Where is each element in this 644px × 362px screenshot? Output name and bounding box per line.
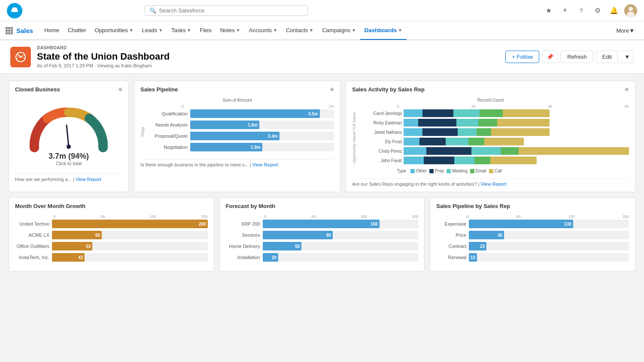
- forecast-chart: 0 50 100 200 XRP 200 150 Services: [226, 213, 419, 266]
- nav-item-chatter[interactable]: Chatter: [64, 21, 91, 40]
- rep-name: John Faust: [359, 158, 402, 163]
- stacked-bar: [404, 119, 550, 127]
- activity-axis-label: Record Count: [352, 98, 629, 103]
- pin-button[interactable]: 📌: [542, 51, 558, 63]
- nav-icons: ★ + ? ⚙ 🔔: [543, 4, 637, 17]
- mom-header: Month Over Month Growth: [15, 203, 208, 209]
- search-bar[interactable]: 🔍: [145, 5, 308, 16]
- svg-point-1: [629, 7, 633, 11]
- pr-bar-contract: Contract 23: [436, 242, 629, 250]
- page-subtitle: As of Feb 9, 2017 1:29 PM · Viewing as K…: [37, 63, 170, 68]
- nav-item-notes[interactable]: Notes▼: [216, 21, 245, 40]
- bar-track: 2.4m: [190, 132, 334, 140]
- dashboard-row-2: Month Over Month Growth 0 50 100 200 Uni…: [9, 197, 635, 272]
- sales-pipeline-footer: Is there enough business in the pipeline…: [140, 159, 334, 167]
- activity-row-janet: Janet Nathans: [359, 128, 629, 136]
- sales-activity-expand[interactable]: ✥: [625, 87, 629, 93]
- notifications-icon[interactable]: 🔔: [608, 5, 620, 17]
- add-icon[interactable]: +: [559, 5, 571, 17]
- sales-pipeline-card: Sales Pipeline ✥ Sum of Amount 0 2m Stag…: [134, 81, 340, 192]
- nav-item-dashboards[interactable]: Dashboards▼: [360, 21, 407, 40]
- nav-item-opportunities[interactable]: Opportunities▼: [91, 21, 138, 40]
- actions-dropdown-button[interactable]: ▼: [621, 51, 634, 63]
- sales-activity-footer: Are our Sales Reps engaging in the right…: [352, 178, 629, 187]
- dashboard-label: DASHBOARD: [37, 45, 170, 50]
- bar-track: 3.5m: [190, 109, 334, 118]
- nav-item-files[interactable]: Files: [195, 21, 216, 40]
- closed-business-report-link[interactable]: View Report: [76, 177, 101, 182]
- nav-item-home[interactable]: Home: [40, 21, 64, 40]
- sales-pipeline-expand[interactable]: ✥: [330, 87, 334, 93]
- avatar[interactable]: [624, 4, 637, 17]
- pipeline-bar-negotiation: Negotiation 1.9m: [149, 143, 334, 151]
- axis-2m: 2m: [329, 104, 334, 109]
- sales-activity-report-link[interactable]: View Report: [481, 181, 507, 187]
- expand-icon[interactable]: ✥: [118, 87, 122, 93]
- pr-bar-renewal: Renewal 10: [436, 253, 629, 262]
- legend-meeting: Meeting: [447, 169, 468, 173]
- mom-bar-acme: ACME LX 65: [15, 231, 208, 239]
- axis-0: 0: [182, 104, 184, 109]
- top-nav: 🔍 ★ + ? ⚙ 🔔: [0, 0, 644, 21]
- stacked-bar: [404, 109, 550, 117]
- forecast-bar-services: Services 90: [226, 231, 419, 239]
- mom-bar-united: United Techno 200: [15, 220, 208, 228]
- pipeline-rep-title: Sales Pipeline by Sales Rep: [436, 203, 510, 209]
- mom-title: Month Over Month Growth: [15, 203, 85, 209]
- help-icon[interactable]: ?: [575, 5, 587, 17]
- app-nav: Sales Home Chatter Opportunities▼ Leads▼…: [0, 21, 644, 40]
- forecast-bar-homedelivery: Home Delivery 50: [226, 242, 419, 250]
- favorites-icon[interactable]: ★: [543, 5, 555, 17]
- nav-item-contacts[interactable]: Contacts▼: [282, 21, 318, 40]
- nav-more[interactable]: More ▼: [612, 27, 639, 34]
- nav-item-tasks[interactable]: Tasks▼: [167, 21, 195, 40]
- svg-rect-8: [11, 30, 13, 32]
- forecast-header: Forecast by Month: [226, 203, 419, 209]
- pipeline-by-rep-card: Sales Pipeline by Sales Rep 0 50 100 200…: [430, 197, 635, 272]
- sales-pipeline-chart: Sum of Amount 0 2m Stage Qualification 3…: [140, 96, 334, 156]
- legend-other: Other: [410, 169, 427, 173]
- dashboard-row-1: Closed Business ✥ 3.: [9, 81, 635, 192]
- app-name[interactable]: Sales: [16, 27, 33, 34]
- search-input[interactable]: [159, 7, 303, 14]
- grid-icon[interactable]: [5, 27, 13, 34]
- settings-icon[interactable]: ⚙: [592, 5, 604, 17]
- svg-rect-5: [11, 27, 13, 29]
- stage-label: Stage: [140, 109, 146, 154]
- closed-business-card: Closed Business ✥ 3.: [9, 81, 129, 192]
- chart-legend: Type Other Prep Meeting Email Call: [352, 169, 629, 173]
- rep-name: Ricky Eastman: [359, 121, 402, 125]
- pipeline-rep-chart: 0 50 100 200 Expensive 130 Price: [436, 213, 629, 266]
- svg-rect-9: [6, 32, 8, 34]
- y-axis-label: Opportunity Owner Full Name: [352, 109, 357, 166]
- sales-activity-header: Sales Activity by Sales Rep ✥: [352, 86, 629, 93]
- salesforce-logo[interactable]: [7, 3, 22, 18]
- forecast-bar-xrp: XRP 200 150: [226, 220, 419, 228]
- edit-button[interactable]: Edit: [596, 51, 618, 63]
- closed-business-footer: How are we performing a... | View Report: [15, 174, 122, 182]
- sales-pipeline-report-link[interactable]: View Report: [252, 162, 278, 167]
- nav-item-accounts[interactable]: Accounts▼: [245, 21, 282, 40]
- stacked-bar: [404, 157, 537, 164]
- follow-button[interactable]: + Follow: [505, 51, 539, 63]
- rep-name: Carol Jennings: [359, 111, 402, 116]
- pipeline-rep-header: Sales Pipeline by Sales Rep: [436, 203, 629, 209]
- page-header-actions: + Follow 📌 Refresh Edit ▼: [505, 51, 634, 63]
- svg-rect-7: [8, 30, 10, 32]
- page-title: State of the Union Dashboard: [37, 51, 170, 62]
- bar-label: Negotiation: [149, 145, 188, 150]
- search-icon: 🔍: [149, 7, 156, 14]
- pipeline-bar-needs: Needs Analysis 1.8m: [149, 121, 334, 129]
- refresh-button[interactable]: Refresh: [561, 51, 593, 63]
- svg-rect-4: [8, 27, 10, 29]
- rep-name: Janet Nathans: [359, 130, 402, 135]
- svg-rect-3: [6, 27, 8, 29]
- bar-value: 1.9m: [251, 145, 261, 150]
- pipeline-bar-qualification: Qualification 3.5m: [149, 109, 334, 118]
- gauge-sublabel: Click to total: [56, 161, 82, 166]
- nav-item-campaigns[interactable]: Campaigns▼: [318, 21, 360, 40]
- legend-type-label: Type: [397, 169, 408, 173]
- svg-rect-11: [11, 32, 13, 34]
- closed-business-header: Closed Business ✥: [15, 86, 122, 93]
- nav-item-leads[interactable]: Leads▼: [138, 21, 167, 40]
